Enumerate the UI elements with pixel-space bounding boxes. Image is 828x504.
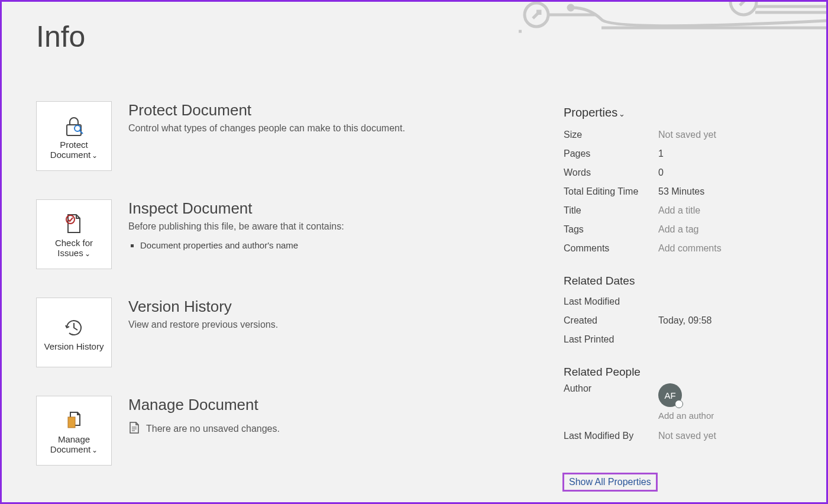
avatar[interactable]: AF [658, 383, 682, 407]
size-label: Size [564, 125, 658, 144]
svg-point-2 [568, 5, 573, 10]
words-value: 0 [658, 163, 664, 182]
chevron-down-icon: ⌄ [92, 446, 98, 454]
manage-document-button[interactable]: Manage Document⌄ [36, 396, 112, 466]
chevron-down-icon: ⌄ [619, 109, 625, 118]
inspect-document-heading: Inspect Document [128, 199, 551, 218]
properties-heading[interactable]: Properties⌄ [564, 106, 800, 119]
avatar-initials: AF [664, 390, 675, 400]
documents-icon [62, 407, 86, 434]
manage-document-label: Manage Document [50, 434, 90, 454]
related-dates-heading: Related Dates [564, 274, 800, 287]
size-value: Not saved yet [658, 125, 716, 144]
inspect-document-row: Check for Issues⌄ Inspect Document Befor… [36, 199, 551, 269]
document-check-icon [62, 211, 86, 238]
version-history-button[interactable]: Version History [36, 298, 112, 367]
author-label: Author [564, 383, 658, 421]
version-history-heading: Version History [128, 298, 551, 316]
manage-document-row: Manage Document⌄ Manage Document There a… [36, 396, 551, 466]
inspect-document-desc: Before publishing this file, be aware th… [128, 221, 551, 232]
inspect-bullet-1: Document properties and author's name [140, 240, 551, 250]
last-modified-label: Last Modified [564, 292, 658, 311]
show-all-properties-label: Show All Properties [569, 477, 651, 487]
check-for-issues-button[interactable]: Check for Issues⌄ [36, 199, 112, 269]
protect-document-button[interactable]: Protect Document⌄ [36, 101, 112, 171]
history-icon [62, 314, 86, 341]
protect-document-label: Protect Document [50, 140, 90, 160]
chevron-down-icon: ⌄ [85, 250, 90, 258]
protect-document-desc: Control what types of changes people can… [128, 123, 551, 134]
pages-value: 1 [658, 144, 664, 163]
created-value: Today, 09:58 [658, 311, 711, 330]
pages-label: Pages [564, 144, 658, 163]
svg-rect-12 [68, 417, 75, 428]
svg-point-5 [730, 2, 756, 15]
properties-heading-label: Properties [564, 106, 617, 119]
comments-label: Comments [564, 239, 658, 258]
chevron-down-icon: ⌄ [92, 151, 98, 160]
title-value[interactable]: Add a title [658, 201, 700, 220]
show-all-properties-link[interactable]: Show All Properties [562, 473, 658, 492]
add-author-link[interactable]: Add an author [658, 411, 714, 421]
unsaved-doc-icon [128, 421, 140, 437]
related-people-heading: Related People [564, 366, 800, 379]
last-printed-label: Last Printed [564, 330, 658, 349]
last-modified-by-label: Last Modified By [564, 427, 658, 445]
edit-time-label: Total Editing Time [564, 182, 658, 201]
lock-icon [62, 112, 86, 140]
version-history-desc: View and restore previous versions. [128, 319, 551, 330]
words-label: Words [564, 163, 658, 182]
version-history-row: Version History Version History View and… [36, 298, 551, 367]
presence-indicator [675, 400, 683, 408]
circuit-decoration [519, 2, 826, 43]
protect-document-row: Protect Document⌄ Protect Document Contr… [36, 101, 551, 171]
edit-time-value: 53 Minutes [658, 182, 704, 201]
title-label: Title [564, 201, 658, 220]
tags-label: Tags [564, 220, 658, 239]
tags-value[interactable]: Add a tag [658, 220, 699, 239]
manage-document-heading: Manage Document [128, 396, 551, 414]
svg-point-0 [525, 3, 548, 27]
page-title: Info [36, 20, 85, 54]
protect-document-heading: Protect Document [128, 101, 551, 119]
created-label: Created [564, 311, 658, 330]
version-history-label: Version History [44, 341, 104, 351]
manage-document-note: There are no unsaved changes. [146, 424, 280, 434]
last-modified-by-value: Not saved yet [658, 427, 716, 445]
comments-value[interactable]: Add comments [658, 239, 722, 258]
